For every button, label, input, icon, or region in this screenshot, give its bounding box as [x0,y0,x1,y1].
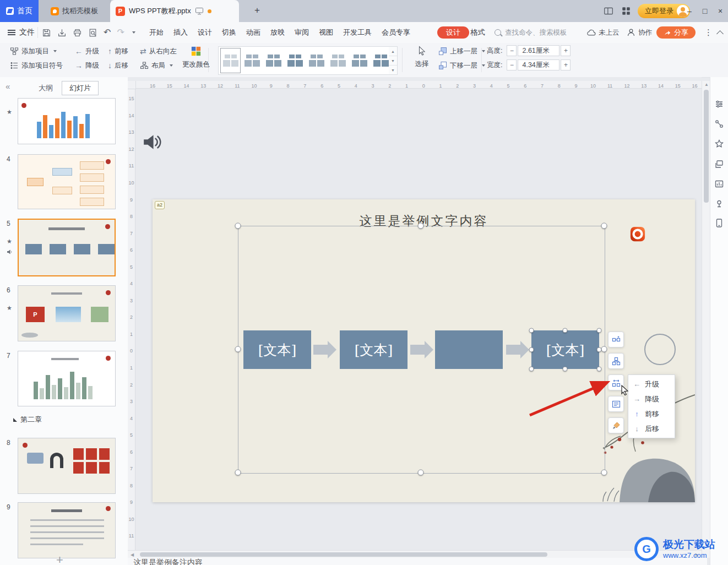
selection-handle[interactable] [418,470,424,476]
height-increase-button[interactable]: + [561,45,571,56]
smartart-format-tab[interactable]: 格式 [470,22,485,43]
style-thumb[interactable] [285,48,305,73]
menu-tab[interactable]: 切换 [217,28,241,37]
menu-tab[interactable]: 视图 [314,28,338,37]
shape-handle[interactable] [563,328,568,333]
cloud-status-button[interactable]: 未上云 [587,22,620,43]
height-value[interactable]: 2.61厘米 [518,45,559,56]
office-logo-image[interactable] [629,226,646,242]
maximize-button[interactable]: □ [697,0,713,22]
menu-tab[interactable]: 开始 [144,28,169,37]
vertical-scroll-thumb[interactable] [704,90,709,203]
smartart-design-tab[interactable]: 设计 [437,26,469,39]
save-icon[interactable] [42,28,51,37]
style-thumb[interactable] [349,48,370,73]
float-add-bullet-button[interactable] [608,353,624,369]
style-thumb[interactable] [263,48,284,73]
smartart-shape-1[interactable]: [文本] [243,330,311,369]
file-menu[interactable]: 文件 [8,22,35,43]
style-thumb[interactable] [242,48,262,73]
selection-handle[interactable] [418,223,424,229]
tab-outline[interactable]: 大纲 [39,83,53,93]
shape-handle[interactable] [563,367,568,372]
gallery-scroll-up-icon[interactable]: ▲ [389,47,397,56]
gallery-scroll-down-icon[interactable]: ▼ [389,56,397,66]
context-menu-item[interactable]: → 降级 [628,392,675,406]
share-button[interactable]: 分享 [656,26,696,39]
float-format-brush-button[interactable] [608,417,624,433]
location-pane-icon[interactable] [714,198,724,208]
circle-shape[interactable] [644,334,676,365]
style-thumb[interactable] [220,48,241,73]
layout-pane-icon[interactable] [714,159,724,169]
width-increase-button[interactable]: + [561,59,571,70]
style-thumb[interactable] [306,48,327,73]
slide-thumbnail-8[interactable] [18,438,116,494]
menu-tab[interactable]: 设计 [193,28,217,37]
section-header[interactable]: 第二章 [13,415,42,425]
close-button[interactable]: × [713,0,728,22]
shape-handle[interactable] [597,347,602,352]
shape-handle[interactable] [597,328,602,333]
selection-handle[interactable] [601,470,607,476]
apps-grid-icon[interactable] [621,6,631,16]
width-decrease-button[interactable]: − [507,59,517,70]
horizontal-scrollbar[interactable]: ◀ ▶ [128,550,702,558]
add-slide-button[interactable]: + [56,553,63,565]
float-add-item-button[interactable] [608,332,624,347]
scroll-up-icon[interactable]: ▲ [704,82,709,87]
export-icon[interactable] [57,28,67,37]
slide-thumbnail-3[interactable] [18,98,116,144]
gallery-more-icon[interactable]: ▼ [389,66,397,74]
slide-thumbnail-5-current[interactable] [18,219,116,276]
move-forward-button[interactable]: ↑ 前移 [106,45,131,57]
menu-tab[interactable]: 动画 [241,28,265,37]
slide-thumbnail-9[interactable] [18,502,116,558]
style-thumb[interactable] [328,48,348,73]
slide-thumbnail-7[interactable] [18,351,116,406]
shape-handle[interactable] [597,367,602,372]
height-decrease-button[interactable]: − [507,45,517,56]
slide-thumbnail-6[interactable]: P [18,285,116,341]
print-icon[interactable] [73,28,82,37]
selection-handle[interactable] [601,346,607,352]
search-box[interactable]: 查找命令、搜索模板 [495,27,567,38]
shape-handle[interactable] [529,347,534,352]
menu-tab[interactable]: 放映 [265,28,290,37]
shape-handle[interactable] [529,328,534,333]
add-bullet-button[interactable]: 添加项目符号 [8,59,65,72]
width-value[interactable]: 4.34厘米 [518,59,559,70]
scroll-left-icon[interactable]: ◀ [131,552,134,557]
smartart-shape-2[interactable]: [文本] [340,330,408,369]
more-menu-icon[interactable]: ⋮ [704,22,713,43]
menu-tab[interactable]: 审阅 [290,28,314,37]
vertical-scrollbar[interactable]: ▲ [702,81,710,558]
slide-marker-tag[interactable]: a2 [155,201,165,209]
animation-pane-icon[interactable] [714,139,724,149]
properties-pane-icon[interactable] [714,99,724,109]
style-thumb[interactable] [371,48,391,73]
change-colors-button[interactable]: 更改颜色 [180,46,213,69]
promote-button[interactable]: ← 升级 [73,45,101,57]
collapse-panel-icon[interactable]: « [6,82,10,91]
split-view-icon[interactable] [604,6,613,16]
select-button[interactable]: 选择 [405,46,438,69]
shape-handle[interactable] [529,367,534,372]
smartart-shape-4-selected[interactable]: [文本] [531,330,599,369]
layout-button[interactable]: 布局 [138,59,175,72]
move-backward-button[interactable]: ↓ 后移 [106,59,131,72]
menu-tab[interactable]: 插入 [169,28,193,37]
minimize-button[interactable]: – [682,0,697,22]
tab-document[interactable]: P WPS PPT教程.pptx [110,0,239,22]
context-menu-item[interactable]: ↑ 前移 [628,406,675,421]
right-to-left-button[interactable]: ⇄ 从右向左 [138,45,179,57]
undo-dropdown-icon[interactable] [132,31,135,34]
bring-forward-button[interactable]: 上移一层 [436,45,487,57]
collaborate-button[interactable]: 协作 [627,22,652,43]
redo-icon[interactable]: ↷ [117,28,124,37]
demote-button[interactable]: → 降级 [73,59,101,72]
tab-docer-template[interactable]: 找稻壳模板 [39,0,111,22]
selection-handle[interactable] [235,223,241,229]
context-menu-item[interactable]: ↓ 后移 [628,421,675,436]
smartart-shape-3[interactable] [435,330,503,369]
